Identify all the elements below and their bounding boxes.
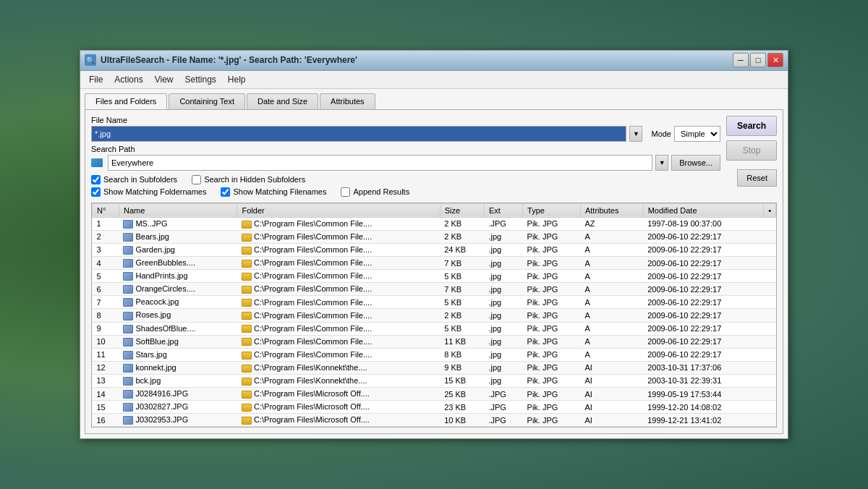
table-row[interactable]: 5 HandPrints.jpg C:\Program Files\Common… <box>93 270 776 283</box>
cell-type: Pik. JPG <box>523 270 581 283</box>
folder-icon <box>242 404 252 412</box>
file-icon <box>123 377 133 386</box>
cell-ext: .jpg <box>484 296 522 309</box>
cell-number: 3 <box>93 243 119 256</box>
table-row[interactable]: 12 konnekt.jpg C:\Program Files\Konnekt\… <box>93 361 776 374</box>
cell-name: MS..JPG <box>119 217 237 230</box>
cell-type: Pik. JPG <box>523 361 581 374</box>
cell-date: 2009-06-10 22:29:17 <box>643 348 764 361</box>
menu-view[interactable]: View <box>149 72 179 87</box>
cell-extra <box>764 401 776 414</box>
menu-actions[interactable]: Actions <box>109 72 148 87</box>
mode-label: Mode <box>651 129 671 138</box>
cell-extra <box>764 387 776 400</box>
cell-folder: C:\Program Files\Common File.... <box>237 296 440 309</box>
table-row[interactable]: 14 J0284916.JPG C:\Program Files\Microso… <box>93 387 776 400</box>
stop-button[interactable]: Stop <box>726 140 777 161</box>
col-name[interactable]: Name <box>119 203 237 217</box>
table-row[interactable]: 13 bck.jpg C:\Program Files\Konnekt\the.… <box>93 374 776 387</box>
tab-files-and-folders[interactable]: Files and Folders <box>85 93 167 109</box>
menu-file[interactable]: File <box>83 72 109 87</box>
cell-name: Stars.jpg <box>119 348 237 361</box>
folder-icon <box>242 391 252 399</box>
cell-attr: AI <box>580 414 643 427</box>
maximize-button[interactable]: □ <box>750 53 766 67</box>
col-ext[interactable]: Ext <box>484 203 522 217</box>
table-row[interactable]: 8 Roses.jpg C:\Program Files\Common File… <box>93 309 776 322</box>
file-name-dropdown[interactable]: ▼ <box>629 126 642 142</box>
cell-name: bck.jpg <box>119 374 237 387</box>
cell-attr: A <box>580 335 643 348</box>
cell-ext: .jpg <box>484 322 522 335</box>
cell-number: 10 <box>93 335 119 348</box>
table-row[interactable]: 6 OrangeCircles.... C:\Program Files\Com… <box>93 283 776 296</box>
cell-type: Pik. JPG <box>523 243 581 256</box>
reset-button[interactable]: Reset <box>737 169 777 187</box>
tab-containing-text[interactable]: Containing Text <box>169 93 245 109</box>
table-row[interactable]: 9 ShadesOfBlue.... C:\Program Files\Comm… <box>93 322 776 335</box>
show-matching-filenames-checkbox[interactable]: Show Matching Filenames <box>221 187 326 197</box>
cell-size: 24 KB <box>440 243 484 256</box>
table-row[interactable]: 3 Garden.jpg C:\Program Files\Common Fil… <box>93 243 776 256</box>
file-icon <box>123 285 133 294</box>
show-matching-foldernames-checkbox[interactable]: Show Matching Foldernames <box>91 187 206 197</box>
folder-icon <box>242 234 252 242</box>
tab-date-and-size[interactable]: Date and Size <box>247 93 318 109</box>
minimize-button[interactable]: ─ <box>733 53 749 67</box>
checkboxes-row-1: Search in Subfolders Search in Hidden Su… <box>91 175 720 184</box>
file-icon <box>123 403 133 412</box>
cell-name: konnekt.jpg <box>119 361 237 374</box>
table-row[interactable]: 2 Bears.jpg C:\Program Files\Common File… <box>93 230 776 243</box>
table-row[interactable]: 1 MS..JPG C:\Program Files\Common File..… <box>93 217 776 230</box>
cell-ext: .JPG <box>484 401 522 414</box>
close-button[interactable]: ✕ <box>767 53 783 67</box>
cell-name: Peacock.jpg <box>119 296 237 309</box>
col-size[interactable]: Size <box>440 203 484 217</box>
table-row[interactable]: 11 Stars.jpg C:\Program Files\Common Fil… <box>93 348 776 361</box>
cell-date: 2009-06-10 22:29:17 <box>643 335 764 348</box>
col-folder[interactable]: Folder <box>237 203 440 217</box>
cell-extra <box>764 230 776 243</box>
cell-number: 9 <box>93 322 119 335</box>
search-path-dropdown[interactable]: ▼ <box>655 155 668 171</box>
append-results-checkbox[interactable]: Append Results <box>341 187 409 197</box>
mode-select[interactable]: Simple Regex <box>674 126 720 142</box>
cell-attr: A <box>580 296 643 309</box>
search-path-label: Search Path <box>91 145 720 153</box>
table-row[interactable]: 15 J0302827.JPG C:\Program Files\Microso… <box>93 401 776 414</box>
cell-size: 7 KB <box>440 257 484 270</box>
cell-name: HandPrints.jpg <box>119 270 237 283</box>
file-icon <box>123 272 133 281</box>
file-name-input[interactable] <box>91 126 626 142</box>
table-row[interactable]: 16 J0302953.JPG C:\Program Files\Microso… <box>93 414 776 427</box>
table-row[interactable]: 4 GreenBubbles.... C:\Program Files\Comm… <box>93 257 776 270</box>
cell-ext: .jpg <box>484 361 522 374</box>
col-modified-date[interactable]: Modified Date <box>643 203 764 217</box>
folder-icon <box>242 286 252 294</box>
browse-button[interactable]: Browse... <box>671 155 720 171</box>
search-path-input[interactable] <box>108 155 652 171</box>
search-subfolders-checkbox[interactable]: Search in Subfolders <box>91 175 177 184</box>
cell-extra <box>764 257 776 270</box>
cell-type: Pik. JPG <box>523 387 581 400</box>
file-icon <box>123 259 133 268</box>
cell-attr: AI <box>580 401 643 414</box>
cell-size: 2 KB <box>440 230 484 243</box>
table-row[interactable]: 10 SoftBlue.jpg C:\Program Files\Common … <box>93 335 776 348</box>
search-button[interactable]: Search <box>726 116 777 136</box>
folder-icon <box>242 221 252 229</box>
col-number[interactable]: N° <box>93 203 119 217</box>
tab-attributes[interactable]: Attributes <box>320 93 375 109</box>
search-hidden-subfolders-checkbox[interactable]: Search in Hidden Subfolders <box>192 175 305 184</box>
cell-ext: .jpg <box>484 348 522 361</box>
cell-folder: C:\Program Files\Common File.... <box>237 257 440 270</box>
menu-help[interactable]: Help <box>222 72 252 87</box>
col-attributes[interactable]: Attributes <box>580 203 643 217</box>
top-section: File Name ▼ Mode Simple Regex <box>91 116 777 200</box>
cell-type: Pik. JPG <box>523 217 581 230</box>
col-type[interactable]: Type <box>523 203 581 217</box>
main-content: Files and Folders Containing Text Date a… <box>80 89 788 439</box>
table-row[interactable]: 7 Peacock.jpg C:\Program Files\Common Fi… <box>93 296 776 309</box>
cell-attr: A <box>580 283 643 296</box>
menu-settings[interactable]: Settings <box>179 72 222 87</box>
